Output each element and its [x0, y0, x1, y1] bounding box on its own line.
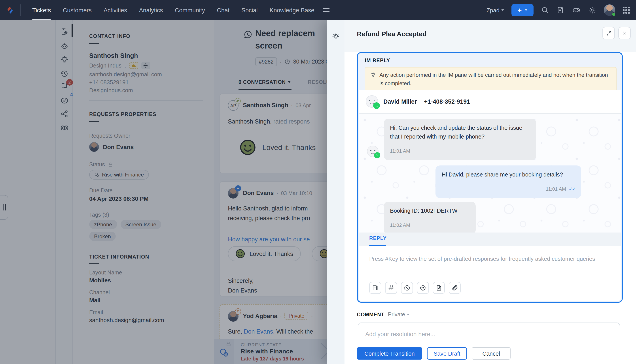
whatsapp-icon: [404, 284, 410, 291]
template-doc-icon: [372, 284, 379, 291]
drawer-title: Refund Plea Accepted: [357, 30, 427, 38]
comment-visibility-label: Private: [388, 312, 405, 318]
customer-avatar: [367, 146, 379, 157]
im-contact-name: David Miller: [383, 98, 417, 105]
im-notice-banner: Any action performed in the IM pane will…: [365, 67, 616, 92]
nav-tab-label: Customers: [63, 7, 92, 14]
nav-right-cluster: Zpad +: [486, 4, 636, 16]
nav-tab-label: Activities: [104, 7, 127, 14]
chat-message-incoming[interactable]: Hi, Can you check and update the status …: [384, 119, 536, 160]
gear-icon[interactable]: [588, 6, 596, 14]
workspace: 2 4 CONTACT INFO: [0, 20, 636, 364]
save-draft-button[interactable]: Save Draft: [427, 347, 467, 360]
chat-message-text: Booking ID: 1002FDERTW: [390, 206, 469, 215]
nav-tab-label: Analytics: [139, 7, 163, 14]
app-logo[interactable]: [0, 5, 20, 15]
reply-placeholder: Press #Key to view the set of pre-drafte…: [369, 256, 616, 262]
bulb-icon: [370, 72, 376, 78]
attach-file-button[interactable]: [449, 282, 461, 294]
chevron-down-icon: [525, 9, 528, 11]
im-notice-text: Any action performed in the IM pane will…: [379, 72, 608, 86]
customer-avatar: [366, 95, 378, 108]
im-reply-tabbar: REPLY: [359, 232, 621, 246]
chat-message-incoming[interactable]: Booking ID: 1002FDERTW 11:02 AM: [384, 202, 476, 234]
complete-transition-label: Complete Transition: [364, 350, 415, 357]
gamescope-icon[interactable]: [572, 6, 581, 14]
nav-tabs: Tickets Customers Activities Analytics C…: [32, 0, 314, 20]
nav-tab-label: Knowledge Base: [270, 7, 314, 14]
department-selector[interactable]: Zpad: [486, 7, 504, 14]
tab-reply[interactable]: REPLY: [369, 236, 387, 241]
hash-icon: [388, 284, 394, 291]
add-ticket-button[interactable]: +: [511, 4, 533, 16]
department-label: Zpad: [486, 7, 500, 14]
nav-tab-activities[interactable]: Activities: [104, 0, 127, 20]
nav-tab-label: Chat: [217, 7, 229, 14]
avatar-eye: [369, 100, 370, 101]
cancel-button[interactable]: Cancel: [472, 347, 511, 360]
expand-icon: [606, 30, 611, 36]
im-contact-phone: +1-408-352-9191: [424, 98, 470, 105]
comment-header: COMMENT Private: [357, 312, 409, 318]
canned-response-button[interactable]: [369, 282, 381, 294]
expand-drawer-button[interactable]: [602, 27, 615, 39]
chat-message-text: Hi, Can you check and update the status …: [390, 124, 530, 141]
nav-tab-community[interactable]: Community: [175, 0, 205, 20]
comment-visibility-selector[interactable]: Private: [388, 312, 409, 318]
cancel-label: Cancel: [482, 350, 500, 357]
chat-message-time-text: 11:01 AM: [546, 186, 566, 192]
feeds-icon[interactable]: [556, 6, 564, 14]
nav-tab-analytics[interactable]: Analytics: [139, 0, 163, 20]
chevron-down-icon: [407, 314, 409, 316]
im-reply-label: IM REPLY: [365, 58, 390, 63]
nav-tab-chat[interactable]: Chat: [217, 0, 229, 20]
hash-key-button[interactable]: [385, 282, 397, 294]
chat-message-time: 11:02 AM: [390, 220, 469, 230]
insert-image-button[interactable]: [433, 282, 445, 294]
nav-tab-tickets[interactable]: Tickets: [32, 0, 51, 20]
tip-bulb-icon[interactable]: [332, 32, 340, 40]
nav-tab-social[interactable]: Social: [241, 0, 258, 20]
plus-icon: +: [517, 6, 522, 14]
image-file-icon: [436, 284, 442, 291]
close-drawer-button[interactable]: [618, 27, 631, 39]
im-contact-row: David Miller +1-408-352-9191: [359, 90, 621, 114]
im-contact-header: David Miller +1-408-352-9191: [383, 98, 470, 105]
desk-logo-icon: [5, 5, 15, 15]
apps-grid-icon[interactable]: [623, 6, 630, 14]
more-tabs-icon[interactable]: [323, 8, 329, 12]
chat-message-time: 11:01 AM: [390, 146, 530, 155]
presence-indicator: [612, 12, 616, 16]
top-navbar: Tickets Customers Activities Analytics C…: [0, 0, 636, 20]
emoji-button[interactable]: [417, 282, 429, 294]
chevron-down-icon: [501, 9, 504, 11]
dot-separator: [417, 98, 424, 105]
chat-message-outgoing[interactable]: Hi David, please share me your booking d…: [436, 166, 581, 198]
chat-message-text: Hi David, please share me your booking d…: [442, 170, 575, 179]
avatar-eye: [374, 150, 375, 151]
nav-tab-customers[interactable]: Customers: [63, 0, 92, 20]
save-draft-label: Save Draft: [434, 350, 460, 357]
phone-icon: [375, 104, 378, 108]
whatsapp-badge-icon: [374, 152, 380, 158]
drawer-footer: Complete Transition Save Draft Cancel: [345, 346, 636, 364]
transition-drawer: Refund Plea Accepted IM REPLY: [327, 20, 636, 364]
user-avatar[interactable]: [604, 4, 615, 16]
comment-label: COMMENT: [357, 312, 384, 317]
search-icon[interactable]: [541, 6, 549, 14]
avatar-smile: [371, 151, 375, 154]
im-reply-editor[interactable]: Press #Key to view the set of pre-drafte…: [359, 246, 621, 301]
close-icon: [622, 30, 627, 36]
nav-tab-knowledge-base[interactable]: Knowledge Base: [270, 0, 314, 20]
avatar-eye: [374, 100, 375, 101]
reply-tab-underline: [369, 245, 386, 246]
phone-icon: [376, 154, 379, 157]
whatsapp-badge-icon: [373, 102, 380, 109]
nav-tab-label: Social: [241, 7, 258, 14]
im-reply-panel: IM REPLY Any action performed in the IM …: [357, 52, 623, 303]
whatsapp-templates-button[interactable]: [401, 282, 413, 294]
complete-transition-button[interactable]: Complete Transition: [357, 347, 422, 360]
chat-message-time: 11:01 AM: [442, 184, 575, 193]
modal-dim-overlay[interactable]: [0, 20, 327, 364]
screen: Tickets Customers Activities Analytics C…: [0, 0, 636, 364]
